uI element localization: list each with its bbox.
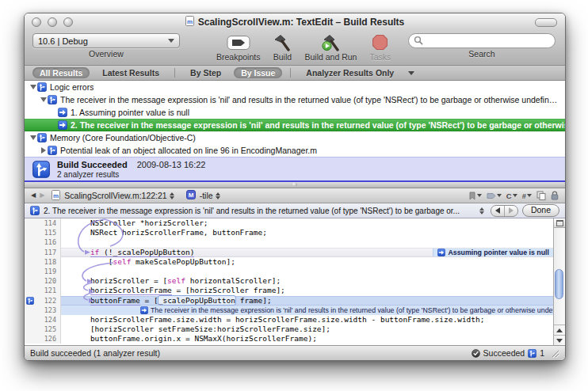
resize-grip[interactable] <box>550 348 559 358</box>
build-result-row[interactable]: The receiver in the message expression i… <box>25 93 565 106</box>
pane-splitter[interactable] <box>25 182 565 188</box>
zoom-button[interactable] <box>63 17 73 27</box>
included-files-menu-button[interactable]: # <box>522 192 532 200</box>
result-text: 2. The receiver in the message expressio… <box>71 120 565 130</box>
line-number-gutter[interactable]: 124 <box>25 315 61 325</box>
line-number-gutter[interactable]: 117 <box>25 248 61 257</box>
code-line[interactable]: 121 horizScrollerFrame = [horizScroller … <box>25 286 553 295</box>
popup-updown-icon <box>170 192 174 199</box>
scope-analyzer-only[interactable]: Analyzer Results Only <box>299 67 401 78</box>
message-stepper[interactable] <box>479 207 484 214</box>
code-line[interactable]: 126 buttonFrame.origin.x = NSMaxX(horizS… <box>25 334 553 344</box>
scope-all-results[interactable]: All Results <box>32 67 90 78</box>
close-button[interactable] <box>32 17 41 27</box>
search-field[interactable] <box>408 33 556 48</box>
line-number-gutter[interactable]: 114 <box>25 218 61 228</box>
file-popup[interactable]: ScalingScrollView.m:122:21 <box>64 191 174 200</box>
result-text: Potential leak of an object allocated on… <box>60 146 317 155</box>
disclosure-triangle[interactable] <box>29 85 36 89</box>
overview-popup[interactable]: 10.6 | Debug <box>32 33 180 48</box>
code-text: buttonFrame.origin.x = NSMaxX(horizScrol… <box>72 334 317 344</box>
analyzer-icon <box>48 95 57 104</box>
code-line[interactable]: 115 NSRect horizScrollerFrame, buttonFra… <box>25 228 553 237</box>
scrollbar-thumb[interactable] <box>555 269 563 299</box>
disclosure-triangle[interactable] <box>40 97 47 102</box>
line-number-gutter[interactable]: 123 <box>25 306 61 315</box>
build-and-run-label: Build and Run <box>304 52 357 62</box>
code-line[interactable]: 124 horizScrollerFrame.size.width = hori… <box>25 315 553 325</box>
build-summary-text: Build Succeeded 2009-08-13 16:22 2 analy… <box>57 160 206 179</box>
build-summary-bar[interactable]: Build Succeeded 2009-08-13 16:22 2 analy… <box>25 157 565 182</box>
svg-text:m: m <box>187 17 193 25</box>
breakpoints-button[interactable]: Breakpoints <box>216 33 260 62</box>
line-number-gutter[interactable]: 120 <box>25 276 61 286</box>
build-result-row[interactable]: 2. The receiver in the message expressio… <box>25 119 565 131</box>
file-popup-label: ScalingScrollView.m:122:21 <box>64 191 166 200</box>
history-forward-button[interactable]: ▶ <box>40 192 44 199</box>
history-back-button[interactable]: ◀ <box>31 192 36 199</box>
analyzer-count[interactable]: 1 <box>540 348 544 358</box>
line-number-gutter[interactable]: 125 <box>25 325 61 334</box>
lock-icon[interactable] <box>551 191 559 200</box>
symbol-popup[interactable]: -tile <box>200 191 220 200</box>
search-label: Search <box>468 49 494 59</box>
line-number: 118 <box>44 258 56 266</box>
code-line[interactable]: 118 [self makeScalePopUpButton]; <box>25 257 553 267</box>
line-number-gutter[interactable]: 115 <box>25 228 61 237</box>
screen: m ScalingScrollView.m: TextEdit – Build … <box>0 0 588 391</box>
code-area[interactable]: 114 NSScroller *horizScroller;115 NSRect… <box>25 218 553 345</box>
scope-by-step[interactable]: By Step <box>183 67 228 78</box>
code-line[interactable]: 125 [horizScroller setFrameSize:horizScr… <box>25 325 553 334</box>
scope-latest-results[interactable]: Latest Results <box>95 67 166 78</box>
disclosure-triangle[interactable] <box>29 135 36 140</box>
done-button[interactable]: Done <box>522 204 559 217</box>
step-arrow-icon <box>140 306 148 314</box>
build-status: Build Succeeded <box>57 160 128 169</box>
analyzer-icon <box>37 133 47 142</box>
breakpoints-menu-button[interactable] <box>487 192 502 199</box>
chevron-down-icon[interactable] <box>408 71 414 75</box>
scroll-down-button[interactable] <box>554 335 565 345</box>
toolbar-pill-button[interactable] <box>535 18 557 27</box>
code-line[interactable]: 116 <box>25 237 553 247</box>
code-line[interactable]: 122 buttonFrame = [_scalePopUpButton fra… <box>25 296 553 306</box>
vertical-scrollbar[interactable] <box>553 218 565 345</box>
build-result-row[interactable]: 1. Assuming pointer value is null <box>25 106 565 119</box>
bookmarks-menu-button[interactable] <box>468 192 482 200</box>
code-line[interactable]: 117 if (!_scalePopUpButton)Assuming poin… <box>25 248 553 257</box>
breakpoints-icon <box>227 33 250 51</box>
line-number-gutter[interactable]: 118 <box>25 257 61 267</box>
split-editor-button[interactable] <box>554 218 565 228</box>
scroll-up-button[interactable] <box>554 325 565 335</box>
build-and-run-button[interactable]: Build and Run <box>304 33 357 62</box>
analyzer-message-bar: 2. The receiver in the message expressio… <box>25 203 565 218</box>
next-message-button[interactable] <box>504 206 517 216</box>
class-hierarchy-menu-button[interactable]: C <box>506 192 517 200</box>
code-line[interactable]: 119 <box>25 267 553 276</box>
minimize-button[interactable] <box>48 17 57 27</box>
build-result-row[interactable]: Potential leak of an object allocated on… <box>25 144 565 157</box>
code-line[interactable]: 114 NSScroller *horizScroller; <box>25 218 553 228</box>
build-result-row[interactable]: Logic errors <box>25 81 565 93</box>
line-number-gutter[interactable]: 116 <box>25 237 61 247</box>
line-number: 116 <box>44 238 56 246</box>
scope-by-issue[interactable]: By Issue <box>234 67 282 78</box>
build-button[interactable]: Build <box>273 33 292 62</box>
disclosure-triangle[interactable] <box>40 147 47 154</box>
result-text: The receiver in the message expression i… <box>60 95 557 104</box>
line-number-gutter[interactable]: 119 <box>25 267 61 276</box>
code-line[interactable]: 120 horizScroller = [self horizontalScro… <box>25 276 553 286</box>
title-bar[interactable]: m ScalingScrollView.m: TextEdit – Build … <box>25 13 565 30</box>
search-input[interactable] <box>423 36 550 47</box>
previous-message-button[interactable] <box>491 206 504 216</box>
line-number-gutter[interactable]: 126 <box>25 334 61 344</box>
line-number-gutter[interactable]: 121 <box>25 286 61 295</box>
counterpart-file-button[interactable] <box>536 191 546 200</box>
line-number-gutter[interactable]: 122 <box>25 296 61 306</box>
analyzer-message-text: 2. The receiver in the message expressio… <box>44 207 473 215</box>
code-text: horizScrollerFrame.size.width = horizScr… <box>72 315 484 325</box>
code-line[interactable]: 123The receiver in the message expressio… <box>25 306 553 315</box>
succeeded-label[interactable]: Succeeded <box>483 348 525 358</box>
line-number: 120 <box>44 277 56 285</box>
build-result-row[interactable]: Memory (Core Foundation/Objective-C) <box>25 131 565 144</box>
